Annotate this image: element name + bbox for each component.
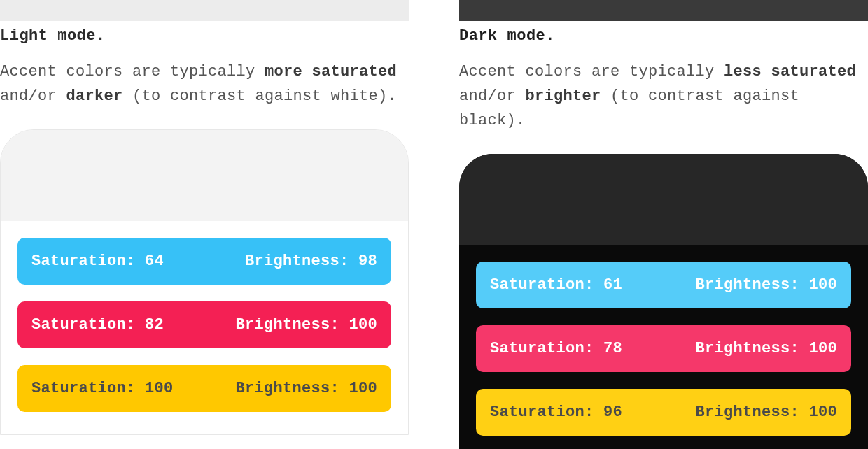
light-desc-post: (to contrast against white). [123,87,398,105]
dark-card-header [459,154,868,245]
swatch-light-yellow: Saturation: 100 Brightness: 100 [18,365,391,412]
dark-desc-bold-1: less saturated [724,63,856,80]
dark-desc-pre: Accent colors are typically [459,63,724,80]
light-desc-pre: Accent colors are typically [0,63,265,80]
dark-desc-bold-2: brighter [526,87,601,105]
swatch-brightness-label: Brightness: 98 [245,252,377,270]
swatch-dark-blue: Saturation: 61 Brightness: 100 [476,262,851,308]
dark-description: Accent colors are typically less saturat… [459,59,868,134]
light-desc-bold-1: more saturated [265,63,397,80]
dark-card: Saturation: 61 Brightness: 100 Saturatio… [459,154,868,449]
light-title: Light mode. [0,27,409,47]
swatch-light-pink: Saturation: 82 Brightness: 100 [18,301,391,348]
swatch-saturation-label: Saturation: 64 [31,252,164,270]
dark-mode-column: Dark mode. Accent colors are typically l… [459,0,868,449]
swatch-brightness-label: Brightness: 100 [235,380,377,397]
dark-desc-mid: and/or [459,87,526,105]
swatch-saturation-label: Saturation: 78 [490,340,622,357]
swatch-brightness-label: Brightness: 100 [695,340,837,357]
swatch-saturation-label: Saturation: 96 [490,404,622,421]
swatch-saturation-label: Saturation: 100 [31,380,174,397]
swatch-brightness-label: Brightness: 100 [695,276,837,294]
light-card-header [1,130,408,221]
dark-title: Dark mode. [459,27,868,47]
light-mode-column: Light mode. Accent colors are typically … [0,0,409,449]
swatch-dark-yellow: Saturation: 96 Brightness: 100 [476,389,851,436]
swatch-brightness-label: Brightness: 100 [695,404,837,421]
swatch-dark-pink: Saturation: 78 Brightness: 100 [476,325,851,372]
light-card: Saturation: 64 Brightness: 98 Saturation… [0,129,409,435]
light-topbar [0,0,409,21]
swatch-brightness-label: Brightness: 100 [235,316,377,334]
dark-swatch-stack: Saturation: 61 Brightness: 100 Saturatio… [459,245,868,449]
light-desc-bold-2: darker [66,87,123,105]
swatch-light-blue: Saturation: 64 Brightness: 98 [18,238,391,285]
dark-topbar [459,0,868,21]
swatch-saturation-label: Saturation: 61 [490,276,622,294]
light-swatch-stack: Saturation: 64 Brightness: 98 Saturation… [1,221,408,434]
light-description: Accent colors are typically more saturat… [0,59,409,108]
swatch-saturation-label: Saturation: 82 [31,316,164,334]
light-desc-mid: and/or [0,87,66,105]
